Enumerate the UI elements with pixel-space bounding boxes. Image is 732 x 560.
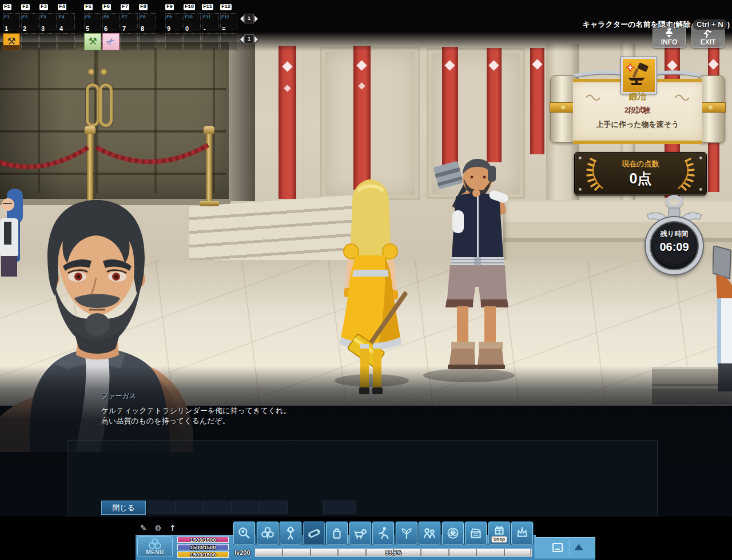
numkey-slot-6[interactable]: ✂	[102, 33, 120, 50]
menu-button[interactable]: MENU	[137, 536, 173, 557]
dialogue-close-button[interactable]: 閉じる	[101, 501, 146, 515]
numkey-slot-7[interactable]	[121, 33, 138, 50]
player-character[interactable]	[331, 178, 411, 395]
mp-bar: 1500/1500	[177, 544, 229, 550]
numkey-slot--[interactable]	[202, 33, 219, 50]
score-value: 0点	[575, 170, 706, 187]
numkey-slot-1[interactable]: ⚒	[3, 33, 20, 50]
bottom-bar-right-panel	[535, 537, 595, 558]
bar-separator	[570, 539, 570, 556]
numkey-slot-0[interactable]	[184, 33, 201, 50]
hotbar-mabinogi-button[interactable]	[442, 522, 464, 545]
expand-up-button[interactable]: ↑	[169, 523, 176, 533]
fkey-slot-keybind: F9	[166, 14, 182, 19]
level-label: lv200	[234, 549, 250, 557]
blacksmithing-skill-icon: ⚒	[3, 34, 19, 50]
numkey-slot-5[interactable]: ⚒	[84, 33, 101, 50]
info-button-label: INFO	[661, 38, 678, 47]
wall-banner	[530, 48, 544, 154]
numkey-slot-4[interactable]	[58, 33, 75, 50]
dog-icon	[353, 526, 368, 541]
dialogue-option-slot	[260, 501, 288, 514]
fkey-label-F2: F2	[21, 4, 30, 10]
hotbar-theater-button[interactable]	[465, 522, 487, 545]
numkey-label-4: 4	[59, 26, 63, 32]
countdown-stopwatch: 残り時間 06:09	[639, 193, 709, 280]
wall-banner	[353, 46, 371, 190]
numkey-slot-=[interactable]	[220, 33, 237, 50]
hotbar-party-button[interactable]	[419, 522, 440, 545]
hotkey-pager-fkeys[interactable]: 1	[240, 14, 258, 23]
fkey-label-F4: F4	[58, 4, 66, 10]
settings-gear-button[interactable]: ⚙	[154, 523, 162, 533]
minimize-bar-button[interactable]	[552, 543, 563, 552]
pager-page-number: 1	[244, 34, 254, 44]
fkey-label-F11: F11	[202, 4, 213, 10]
hotbar-search-button[interactable]	[233, 522, 255, 545]
dialogue-option-slot	[204, 501, 232, 514]
exp-bar: 99.6%	[255, 549, 532, 557]
numkey-label-2: 2	[23, 26, 26, 32]
wall-banner	[279, 46, 296, 199]
numkey-slot-2[interactable]	[21, 33, 38, 50]
numkey-label-8: 8	[141, 26, 144, 32]
numkey-label-9: 9	[167, 26, 170, 32]
numkey-slot-9[interactable]	[165, 33, 182, 50]
blacksmithing-quest-icon	[621, 57, 657, 94]
collapse-up-button[interactable]	[574, 544, 583, 550]
rivet	[699, 188, 702, 191]
dialogue-line: 高い品質のものを持ってくるんだぞ。	[101, 416, 230, 426]
celtic-knot-icon	[148, 538, 162, 550]
quest-banner: 鍛冶 2段試験 上手に作った物を渡そう	[550, 57, 725, 150]
pager-right-arrow-icon[interactable]	[254, 15, 258, 22]
hotkey-pager-numkeys[interactable]: 1	[240, 34, 258, 44]
fkey-slot-keybind: F4	[59, 14, 74, 19]
clapperboard-icon	[468, 526, 483, 541]
hotbar-pet-button[interactable]	[349, 522, 371, 545]
wall-banner	[487, 48, 502, 162]
search-heart-icon	[237, 526, 252, 541]
running-person-icon	[376, 526, 391, 541]
numkey-label-1: 1	[5, 26, 8, 32]
hotbar-actions-button[interactable]	[372, 522, 394, 545]
door-handle	[101, 69, 107, 75]
character-icon	[283, 526, 298, 541]
wall-banner	[442, 47, 458, 174]
numkey-slot-3[interactable]	[39, 33, 57, 50]
memo-button[interactable]: ✎	[140, 523, 147, 533]
hotkey-bar: F1F1F2F2F3F3F4F4F5F5F6F6F7F7F8F8F9F9F10F…	[0, 0, 269, 53]
production-skill-icon: ⚒	[85, 34, 101, 50]
crown-icon	[515, 526, 530, 541]
hotbar-character-button[interactable]	[280, 522, 301, 545]
quest-skill-title: 鍛冶	[550, 91, 725, 102]
fkey-label-F12: F12	[220, 4, 232, 10]
numkey-label-0: 0	[185, 26, 189, 32]
hotbar-inventory-button[interactable]	[326, 522, 348, 545]
fkey-label-F7: F7	[121, 4, 129, 10]
pager-left-arrow-icon[interactable]	[240, 15, 244, 22]
hotbar-transform-button[interactable]	[396, 522, 417, 545]
numkey-label-5: 5	[86, 26, 89, 32]
pager-left-arrow-icon[interactable]	[240, 36, 244, 43]
hotbar-premium-button[interactable]	[511, 522, 533, 545]
fkey-label-F5: F5	[84, 4, 93, 10]
exit-button-label: EXIT	[701, 38, 716, 47]
hotbar-quest-button[interactable]	[303, 522, 325, 545]
pager-right-arrow-icon[interactable]	[254, 36, 258, 43]
npc-fergus-model[interactable]	[420, 155, 515, 381]
fkey-label-F8: F8	[139, 4, 148, 10]
hotbar-shop-button[interactable]: Shop	[488, 522, 510, 545]
dialogue-npc-name: ファーガス	[101, 392, 136, 401]
hide-character-names-notice: キャラクターの名前を隠す(解除 Ctrl + N)	[583, 19, 730, 30]
fkey-label-F10: F10	[184, 4, 195, 10]
rivet	[579, 188, 582, 191]
fkey-slot-keybind: F5	[85, 14, 101, 19]
score-panel: 現在の点数 0点	[574, 152, 707, 195]
hotbar-skills-button[interactable]	[257, 522, 279, 545]
pager-page-number: 1	[244, 14, 254, 23]
dialogue-line: ケルティックテトラシリンダーを俺に持ってきてくれ。	[101, 406, 291, 415]
timer-value: 06:09	[646, 240, 703, 254]
fkey-slot-keybind: F11	[203, 14, 218, 19]
dialogue-option-slot	[176, 501, 204, 514]
numkey-slot-8[interactable]	[139, 33, 156, 50]
